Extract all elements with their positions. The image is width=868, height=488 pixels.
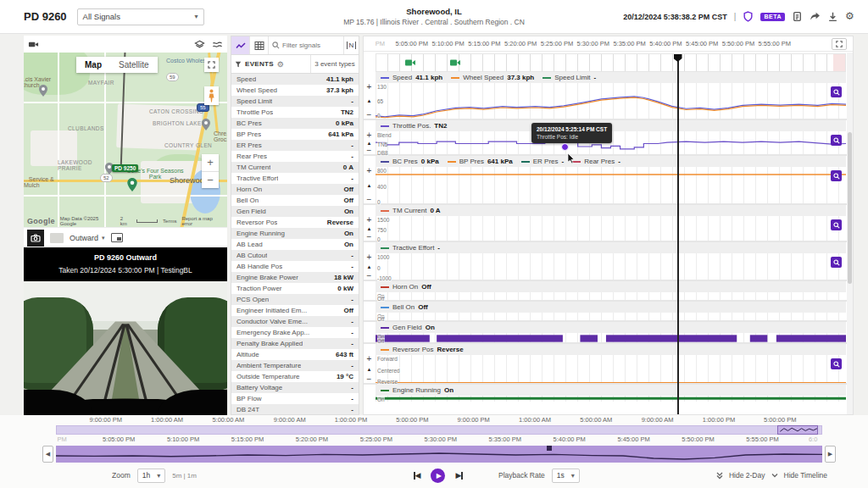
- expand-charts-button[interactable]: [832, 38, 847, 50]
- legend-item[interactable]: BP Pres641 kPa: [448, 158, 513, 165]
- chart-plot[interactable]: ForwardCenteredReverse: [376, 355, 846, 385]
- signal-row[interactable]: BP Pres641 kPa: [231, 129, 359, 140]
- legend-item[interactable]: Speed41.1 kph: [381, 74, 442, 81]
- magnify-button[interactable]: [831, 358, 842, 369]
- autoscale-button[interactable]: ▲: [367, 183, 372, 188]
- legend-item[interactable]: Tractive Effort-: [381, 244, 440, 252]
- signal-row[interactable]: Gen FieldOn: [231, 206, 359, 217]
- signal-row[interactable]: DB 24T-: [231, 404, 359, 414]
- magnify-button[interactable]: [831, 257, 842, 268]
- signal-row[interactable]: Engine Brake Power18 kW: [231, 272, 359, 283]
- legend-item[interactable]: Rear Pres-: [572, 158, 620, 165]
- signal-row[interactable]: BC Pres0 kPa: [231, 118, 359, 129]
- autoscale-button[interactable]: ▲: [367, 264, 372, 269]
- signal-row[interactable]: Traction Power0 kW: [231, 283, 359, 294]
- signal-row[interactable]: Emergency Brake App...-: [231, 327, 359, 338]
- scrollbar-thumb[interactable]: [848, 132, 852, 284]
- events-filter[interactable]: EVENTS ⚙: [231, 55, 311, 73]
- zoom-out-button[interactable]: −: [367, 196, 372, 203]
- detail-timeline-band[interactable]: [56, 446, 822, 463]
- magnify-button[interactable]: [831, 86, 842, 97]
- train-marker[interactable]: PD 9250: [112, 164, 138, 172]
- magnify-button[interactable]: [831, 135, 842, 146]
- legend-item[interactable]: Gen FieldOn: [381, 324, 435, 331]
- map-zoom-out-button[interactable]: −: [202, 172, 219, 189]
- signal-row[interactable]: Battery Voltage-: [231, 382, 359, 393]
- signal-row[interactable]: ER Pres-: [231, 140, 359, 151]
- legend-item[interactable]: ER Pres-: [521, 158, 564, 165]
- video-camera-icon[interactable]: [28, 39, 39, 50]
- signal-row[interactable]: Ambient Temperature-: [231, 360, 359, 371]
- autoscale-button[interactable]: ▲: [367, 141, 372, 146]
- signal-row[interactable]: Penalty Brake Applied-: [231, 338, 359, 349]
- zoom-in-button[interactable]: +: [367, 131, 372, 139]
- gear-icon[interactable]: ⚙: [277, 60, 284, 69]
- legend-item[interactable]: Speed Limit-: [542, 74, 596, 81]
- pegman-icon[interactable]: [204, 86, 219, 105]
- camera-view-select[interactable]: Outward ▾: [70, 234, 105, 242]
- play-button[interactable]: ▶: [431, 469, 445, 483]
- step-forward-button[interactable]: ▶: [455, 471, 462, 480]
- map-view-button[interactable]: Map: [76, 57, 110, 73]
- map-zoom-in-button[interactable]: +: [202, 154, 219, 171]
- signal-row[interactable]: TM Current0 A: [231, 162, 359, 173]
- zoom-in-button[interactable]: +: [367, 167, 372, 175]
- signal-row[interactable]: Tractive Effort-: [231, 173, 359, 184]
- signal-row[interactable]: Altitude643 ft: [231, 349, 359, 360]
- map-pin-icon[interactable]: [202, 119, 210, 130]
- detail-playhead-marker[interactable]: [547, 446, 552, 451]
- chart-plot[interactable]: 130650: [376, 83, 846, 119]
- autoscale-button[interactable]: ▲: [367, 367, 372, 372]
- zoom-in-button[interactable]: +: [367, 253, 372, 261]
- map[interactable]: ...cis Xavier Church MAYFAIR Costco Whol…: [24, 53, 227, 227]
- legend-item[interactable]: Bell OnOff: [381, 303, 428, 311]
- gear-icon[interactable]: ⚙: [845, 11, 856, 22]
- charts-scrollbar[interactable]: [847, 53, 853, 414]
- map-fullscreen-button[interactable]: [204, 58, 219, 72]
- signal-row[interactable]: Throttle PosTN2: [231, 107, 359, 118]
- chart-plot[interactable]: 15007500: [376, 216, 846, 242]
- zoom-out-button[interactable]: −: [367, 147, 372, 154]
- chart-plot[interactable]: On: [376, 396, 846, 402]
- zoom-in-button[interactable]: +: [367, 83, 372, 91]
- signal-filter-select[interactable]: All Signals ▾: [77, 8, 204, 25]
- two-day-timeline-band[interactable]: [56, 425, 822, 435]
- zoom-in-button[interactable]: +: [367, 355, 372, 363]
- hide-timeline-toggle[interactable]: Hide Timeline: [784, 471, 828, 480]
- signal-row[interactable]: AB LeadOn: [231, 239, 359, 250]
- chart-plot[interactable]: 10000-1000: [376, 253, 846, 281]
- search-input[interactable]: [282, 42, 340, 49]
- picture-in-picture-icon[interactable]: [111, 233, 123, 242]
- zoom-out-button[interactable]: −: [367, 111, 372, 119]
- camera-feed[interactable]: PD 9260 Outward Taken 20/12/2024 5:30:00…: [24, 247, 227, 415]
- frames-icon[interactable]: [50, 233, 64, 243]
- legend-item[interactable]: BC Pres0 kPa: [381, 158, 439, 165]
- park-pin-icon[interactable]: [127, 178, 137, 191]
- magnify-button[interactable]: [831, 170, 842, 181]
- legend-item[interactable]: Horn OnOff: [381, 283, 431, 291]
- event-camera-icon[interactable]: [404, 58, 416, 68]
- document-icon[interactable]: [792, 11, 803, 22]
- normalize-icon[interactable]: N: [343, 36, 359, 54]
- autoscale-button[interactable]: ▲: [367, 98, 372, 103]
- signal-row[interactable]: Engineer Initiated Em...Off: [231, 305, 359, 316]
- zoom-out-button[interactable]: −: [367, 233, 372, 241]
- signal-row[interactable]: Horn OnOff: [231, 184, 359, 195]
- signal-row[interactable]: Outside Temperature19 °C: [231, 371, 359, 382]
- legend-item[interactable]: Reversor PosReverse: [381, 346, 464, 353]
- map-terms-link[interactable]: Terms: [163, 219, 176, 224]
- signal-row[interactable]: PCS Open-: [231, 294, 359, 305]
- legend-item[interactable]: Throttle Pos.TN2: [381, 122, 447, 130]
- signal-row[interactable]: AB Handle Pos-: [231, 261, 359, 272]
- zoom-out-button[interactable]: −: [367, 272, 372, 280]
- signal-row[interactable]: Engine RunningOn: [231, 228, 359, 239]
- download-icon[interactable]: [827, 11, 838, 22]
- zoom-select[interactable]: 1h ▾: [137, 469, 165, 483]
- layers-icon[interactable]: [194, 39, 205, 50]
- step-back-button[interactable]: ◀: [414, 471, 420, 480]
- signal-row[interactable]: Bell OnOff: [231, 195, 359, 206]
- autoscale-button[interactable]: ▲: [367, 226, 372, 231]
- legend-item[interactable]: Engine RunningOn: [381, 386, 453, 394]
- playback-rate-select[interactable]: 1s ▾: [552, 469, 580, 483]
- elevation-profile-icon[interactable]: [212, 39, 223, 50]
